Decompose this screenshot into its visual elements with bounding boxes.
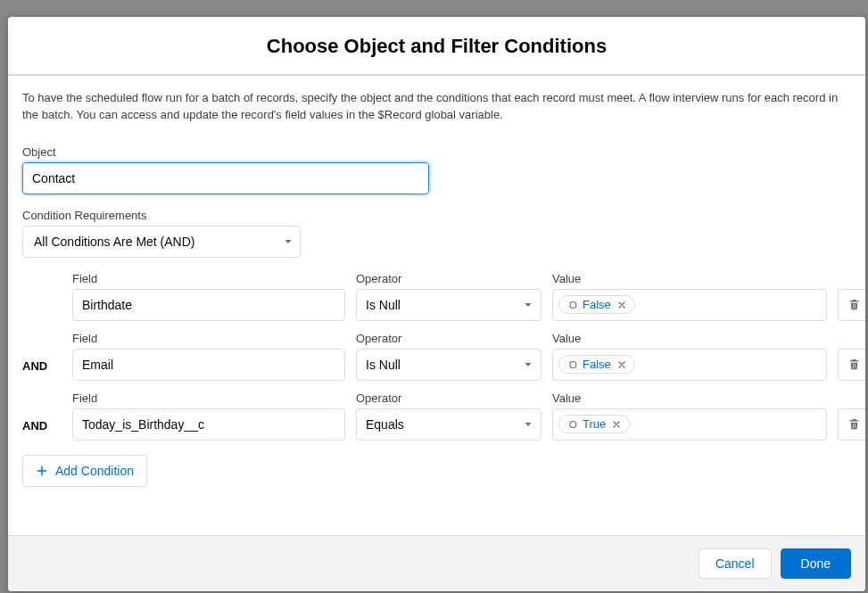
globals-icon xyxy=(565,299,577,311)
modal-dialog: Choose Object and Filter Conditions To h… xyxy=(8,17,865,591)
operator-label: Operator xyxy=(356,391,541,405)
condition-row: AND Field Operator Is Null xyxy=(22,332,851,381)
condition-row: Field Operator Is Null Value xyxy=(22,272,851,321)
requirements-label: Condition Requirements xyxy=(22,209,851,222)
field-label: Field xyxy=(72,272,345,285)
delete-condition-button[interactable] xyxy=(838,289,865,321)
cancel-label: Cancel xyxy=(715,556,755,571)
value-input[interactable]: False xyxy=(552,289,827,321)
condition-row: AND Field Operator Equals xyxy=(22,391,851,441)
chevron-down-icon xyxy=(523,419,533,430)
object-label: Object xyxy=(22,145,851,159)
svg-point-0 xyxy=(570,301,576,308)
operator-select[interactable]: Is Null xyxy=(356,289,541,321)
object-input[interactable] xyxy=(22,162,429,194)
modal-header: Choose Object and Filter Conditions xyxy=(8,17,865,76)
remove-pill-icon[interactable] xyxy=(611,419,622,430)
requirements-field-block: Condition Requirements All Conditions Ar… xyxy=(22,209,851,258)
operator-label: Operator xyxy=(356,272,541,285)
value-text: False xyxy=(583,298,611,311)
operator-value: Is Null xyxy=(366,358,401,372)
add-condition-label: Add Condition xyxy=(55,464,134,478)
value-label: Value xyxy=(552,332,827,345)
value-pill: False xyxy=(558,295,635,314)
value-label: Value xyxy=(552,391,827,405)
object-field-block: Object xyxy=(22,145,851,194)
globals-icon xyxy=(565,358,577,371)
trash-icon xyxy=(847,417,861,431)
value-pill: False xyxy=(558,355,635,374)
logic-prefix xyxy=(22,313,62,321)
modal-body: To have the scheduled flow run for a bat… xyxy=(8,76,865,535)
operator-select[interactable]: Equals xyxy=(356,408,541,441)
remove-pill-icon[interactable] xyxy=(616,359,627,370)
conditions-list: Field Operator Is Null Value xyxy=(22,272,851,487)
globals-icon xyxy=(565,418,577,431)
chevron-down-icon xyxy=(523,300,533,310)
description-text: To have the scheduled flow run for a bat… xyxy=(22,90,851,124)
operator-select[interactable]: Is Null xyxy=(356,349,541,381)
remove-pill-icon[interactable] xyxy=(616,300,627,310)
value-text: True xyxy=(583,417,606,431)
logic-prefix: AND xyxy=(22,359,62,381)
field-input[interactable] xyxy=(72,408,345,441)
done-label: Done xyxy=(801,556,831,571)
field-input[interactable] xyxy=(72,289,345,321)
requirements-select[interactable]: All Conditions Are Met (AND) xyxy=(22,226,301,258)
operator-value: Is Null xyxy=(366,298,401,312)
cancel-button[interactable]: Cancel xyxy=(699,548,772,579)
value-input[interactable]: False xyxy=(552,349,827,381)
operator-label: Operator xyxy=(356,332,541,345)
value-text: False xyxy=(583,358,611,371)
requirements-value: All Conditions Are Met (AND) xyxy=(34,235,195,249)
svg-point-2 xyxy=(570,421,576,427)
done-button[interactable]: Done xyxy=(781,548,851,579)
svg-point-1 xyxy=(570,361,576,367)
logic-prefix: AND xyxy=(22,419,62,441)
chevron-down-icon xyxy=(523,359,533,370)
field-label: Field xyxy=(72,332,345,345)
trash-icon xyxy=(847,358,861,371)
add-condition-button[interactable]: Add Condition xyxy=(22,455,147,487)
modal-footer: Cancel Done xyxy=(8,535,865,591)
modal-title: Choose Object and Filter Conditions xyxy=(8,35,865,58)
value-input[interactable]: True xyxy=(552,408,827,441)
value-label: Value xyxy=(552,272,827,285)
field-label: Field xyxy=(72,391,345,405)
plus-icon xyxy=(36,465,48,477)
field-input[interactable] xyxy=(72,349,345,381)
delete-condition-button[interactable] xyxy=(838,408,865,441)
value-pill: True xyxy=(558,415,630,433)
trash-icon xyxy=(847,298,861,311)
operator-value: Equals xyxy=(366,417,404,432)
delete-condition-button[interactable] xyxy=(838,349,865,381)
